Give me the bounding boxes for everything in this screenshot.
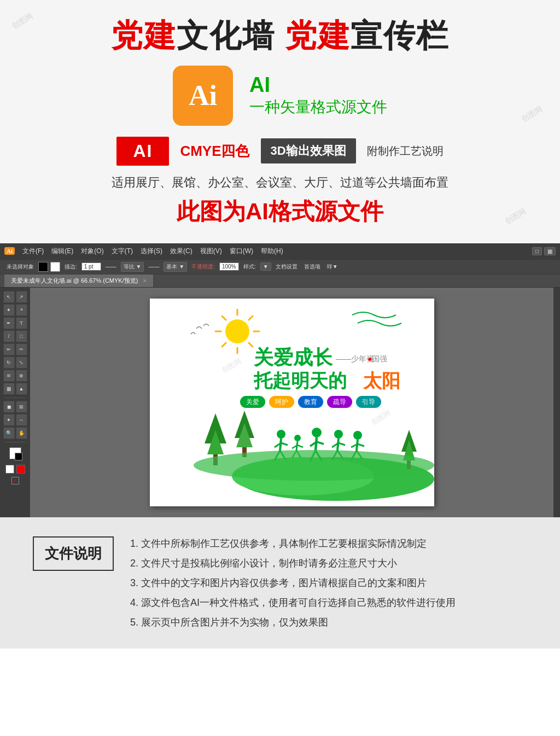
svg-text:教育: 教育 <box>304 398 317 406</box>
tool-measure[interactable]: ↔ <box>16 414 27 426</box>
tb-opacity-label: 不透明度: <box>189 262 217 272</box>
menu-text[interactable]: 文字(T) <box>108 246 136 257</box>
menu-help[interactable]: 帮助(H) <box>258 246 287 257</box>
title-red-2: 党建 <box>285 17 351 53</box>
menu-window[interactable]: 窗口(W) <box>226 246 256 257</box>
tool-rotate[interactable]: ↻ <box>3 357 15 369</box>
toolbar: 未选择对象 描边: 1 pt —— 等比 ▼ —— 基本 ▼ 不透明度: 100… <box>0 259 560 274</box>
menu-icons: □ ▦ <box>532 247 556 255</box>
menu-object[interactable]: 对象(O) <box>78 246 107 257</box>
title-red-1: 党建 <box>111 17 177 53</box>
svg-text:疏导: 疏导 <box>333 398 346 406</box>
svg-text:关爱: 关爱 <box>246 398 259 406</box>
desc-line: 适用展厅、展馆、办公室、会议室、大厅、过道等公共墙面布置 <box>22 174 538 191</box>
ai-desc: AI 一种矢量格式源文件 <box>249 73 387 118</box>
swatch-red[interactable] <box>16 465 25 474</box>
tool-blend[interactable]: ⊕ <box>16 370 27 382</box>
note-1: 1. 文件中所标制作工艺仅供参考，具体制作工艺要根据实际情况制定 <box>130 534 527 553</box>
tool-direct-select[interactable]: ↗ <box>16 291 27 303</box>
tab-close[interactable]: × <box>143 277 147 284</box>
svg-line-38 <box>280 439 281 451</box>
tool-hand[interactable]: ✋ <box>16 427 27 439</box>
tb-stroke-width[interactable]: 1 pt <box>81 262 101 271</box>
tb-style-select[interactable]: ▼ <box>260 262 271 271</box>
svg-point-1 <box>225 319 249 343</box>
right-panel <box>553 288 560 517</box>
canvas-area: 创图网 创图网 <box>30 288 553 517</box>
menu-file[interactable]: 文件(F) <box>19 246 47 257</box>
tb-arrow[interactable]: 咩▼ <box>325 262 340 272</box>
svg-line-50 <box>316 437 317 451</box>
tb-status: 未选择对象 <box>4 262 36 272</box>
bottom-section: 文件说明 1. 文件中所标制作工艺仅供参考，具体制作工艺要根据实际情况制定 2.… <box>0 517 560 649</box>
notes-list: 1. 文件中所标制作工艺仅供参考，具体制作工艺要根据实际情况制定 2. 文件尺寸… <box>130 534 527 632</box>
tb-base-select[interactable]: 基本 ▼ <box>164 262 187 272</box>
ai-mockup: Ai 文件(F) 编辑(E) 对象(O) 文字(T) 选择(S) 效果(C) 视… <box>0 243 560 517</box>
mini-btn-panel[interactable]: ▦ <box>544 247 556 255</box>
menu-effect[interactable]: 效果(C) <box>167 246 196 257</box>
tool-pencil[interactable]: ✑ <box>16 343 27 355</box>
fill-color[interactable] <box>9 447 21 459</box>
tab-bar: 关爱未成年人文化墙.ai @ 66.67% (CMYK/预览) × <box>0 274 560 288</box>
tool-pen[interactable]: ✒ <box>3 317 15 329</box>
svg-point-43 <box>294 435 301 441</box>
tool-line[interactable]: / <box>3 330 15 342</box>
tb-fill-swatch[interactable] <box>38 262 48 272</box>
badge-cmyk: CMYE四色 <box>180 142 249 161</box>
tool-rect[interactable]: □ <box>16 330 27 342</box>
tb-first-page[interactable]: 首选项 <box>302 262 323 272</box>
tool-paintbrush[interactable]: ✏ <box>3 343 15 355</box>
tool-scale[interactable]: ⤡ <box>16 357 27 369</box>
tb-sep2: —— <box>146 262 161 271</box>
tb-sep1: —— <box>103 262 119 271</box>
workspace: ↖ ↗ ✦ ⌖ ✒ T / □ ✏ ✑ ↻ ⤡ <box>0 288 560 517</box>
svg-line-56 <box>337 439 339 451</box>
tool-gradient[interactable]: ◼ <box>3 401 15 413</box>
svg-text:国强: 国强 <box>372 354 387 363</box>
tool-magic-wand[interactable]: ✦ <box>3 304 15 316</box>
badge-3d: 3D输出效果图 <box>261 138 356 163</box>
tool-graph[interactable]: ▲ <box>16 383 27 395</box>
tb-opacity-val[interactable]: 100% <box>219 262 239 271</box>
menu-select[interactable]: 选择(S) <box>137 246 166 257</box>
tb-view-select[interactable]: 等比 ▼ <box>121 262 144 272</box>
tb-stroke-swatch[interactable] <box>50 262 60 272</box>
swatch-white[interactable] <box>5 465 14 474</box>
tool-lasso[interactable]: ⌖ <box>16 304 27 316</box>
svg-point-61 <box>353 431 362 440</box>
tool-zoom[interactable]: 🔍 <box>3 427 15 439</box>
ai-info-row: Ai AI 一种矢量格式源文件 <box>22 66 538 126</box>
tool-eyedropper[interactable]: ✦ <box>3 414 15 426</box>
tab-label: 关爱未成年人文化墙.ai @ 66.67% (CMYK/预览) <box>11 277 138 284</box>
ai-logo: Ai <box>173 66 233 126</box>
tool-select[interactable]: ↖ <box>3 291 15 303</box>
swatch-none[interactable]: × <box>11 477 19 484</box>
note-4: 4. 源文件包含AI一种文件格式，使用者可自行选择自己熟悉的软件进行使用 <box>130 593 527 612</box>
tb-style-label: 样式: <box>241 262 258 272</box>
tb-doc-settings[interactable]: 文档设置 <box>273 262 300 272</box>
big-desc: 此图为AI格式源文件 <box>22 196 538 227</box>
tool-mesh[interactable]: ⊞ <box>16 401 27 413</box>
note-3: 3. 文件中的文字和图片内容仅供参考，图片请根据自己的文案和图片 <box>130 573 527 593</box>
svg-point-37 <box>277 430 285 439</box>
tool-text[interactable]: T <box>16 317 27 329</box>
menu-edit[interactable]: 编辑(E) <box>48 246 77 257</box>
note-2: 2. 文件尺寸是投稿比例缩小设计，制作时请务必注意尺寸大小 <box>130 553 527 573</box>
svg-text:引导: 引导 <box>362 398 375 406</box>
title-black-2: 宣传栏 <box>351 17 449 53</box>
tool-column[interactable]: ▦ <box>3 383 15 395</box>
svg-point-55 <box>334 430 343 439</box>
mini-btn-doc[interactable]: □ <box>532 247 542 255</box>
main-title: 党建文化墙 党建宣传栏 <box>22 16 538 55</box>
ai-label: AI <box>249 73 387 97</box>
file-label-box: 文件说明 <box>33 536 114 571</box>
doc-tab[interactable]: 关爱未成年人文化墙.ai @ 66.67% (CMYK/预览) × <box>4 274 154 287</box>
tool-warp[interactable]: ≋ <box>3 370 15 382</box>
menu-view[interactable]: 视图(V) <box>197 246 225 257</box>
badges-row: AI CMYE四色 3D输出效果图 附制作工艺说明 <box>22 137 538 166</box>
svg-point-67 <box>194 450 434 481</box>
tool-divider <box>4 398 26 398</box>
top-section: 创图网 创图网 创图网 党建文化墙 党建宣传栏 Ai AI 一种矢量格式源文件 … <box>0 0 560 243</box>
ai-logo-text: Ai <box>189 79 217 112</box>
badge-note: 附制作工艺说明 <box>367 144 444 159</box>
